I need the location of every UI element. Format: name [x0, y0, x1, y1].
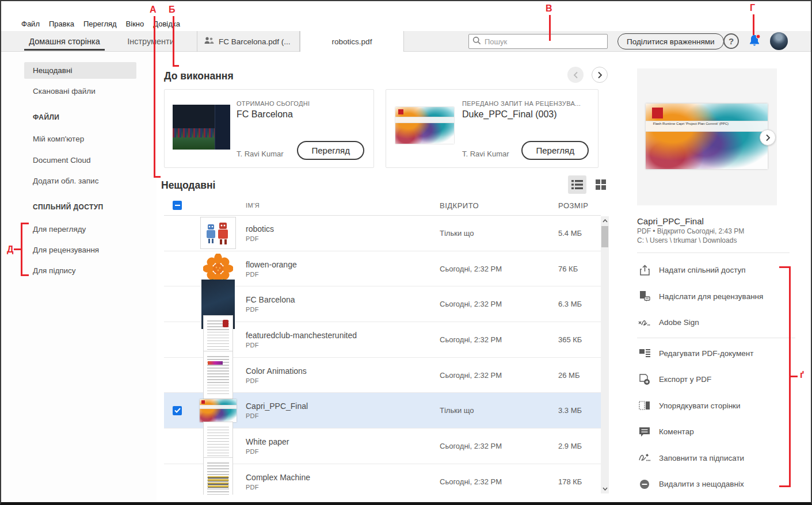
scrollbar-thumb[interactable]	[601, 226, 608, 247]
annotation-label-gg: ґ	[800, 370, 804, 380]
adobe-logo	[652, 108, 663, 118]
file-type: PDF	[246, 306, 440, 313]
action-comment[interactable]: Коментар	[637, 419, 795, 445]
search-input[interactable]	[485, 37, 604, 46]
search-icon	[472, 36, 481, 47]
action-label: Adobe Sign	[659, 318, 699, 327]
file-name: FC Barcelona	[246, 295, 440, 304]
todo-card-fc-barcelona[interactable]: ОТРИМАНО СЬОГОДНІ FC Barcelona T. Ravi K…	[164, 89, 374, 168]
column-header-size[interactable]: РОЗМІР	[558, 201, 601, 210]
share-feedback-button[interactable]: Поділитися враженнями	[617, 33, 724, 49]
sidebar-item-recent[interactable]: Нещодавні	[24, 62, 136, 79]
menu-view[interactable]: Перегляд	[79, 20, 121, 28]
carousel-prev-button[interactable]	[567, 67, 584, 83]
sidebar-item-scans[interactable]: Скановані файли	[24, 83, 136, 100]
action-label: Заповнити та підписати	[659, 454, 744, 462]
file-type: PDF	[246, 271, 440, 278]
tab-tools[interactable]: Інструменти	[116, 31, 185, 52]
scroll-up-icon[interactable]	[601, 217, 609, 225]
tab-bar: Домашня сторінка Інструменти FC Barcelon…	[1, 31, 811, 52]
view-button[interactable]: Перегляд	[297, 141, 364, 160]
sidebar-item-add-account[interactable]: Додати обл. запис	[24, 173, 136, 189]
action-organize-pages[interactable]: Упорядкувати сторінки	[637, 393, 795, 419]
preview-next-page-button[interactable]	[760, 129, 776, 146]
menu-edit[interactable]: Правка	[44, 20, 79, 28]
vertical-scrollbar[interactable]	[601, 216, 609, 493]
todo-section-title: До виконання	[164, 70, 234, 82]
action-label: Коментар	[659, 427, 694, 436]
menu-bar: Файл Правка Перегляд Вікно Довідка	[1, 16, 811, 31]
menu-file[interactable]: Файл	[17, 20, 44, 28]
tab-home[interactable]: Домашня сторінка	[18, 31, 110, 52]
sidebar-item-for-review[interactable]: Для рецензування	[24, 242, 136, 258]
annotation-line-b-tick	[173, 65, 179, 67]
column-header-name[interactable]: ІМ'Я	[246, 202, 440, 209]
grid-view-icon[interactable]	[592, 175, 610, 194]
scroll-down-icon[interactable]	[601, 485, 609, 493]
file-opened: Тільки що	[440, 229, 558, 238]
sidebar-item-for-viewing[interactable]: Для перегляду	[24, 221, 136, 238]
comment-icon	[638, 427, 651, 437]
annotation-label-b: Б	[169, 5, 176, 15]
annotation-line-a	[154, 16, 155, 178]
select-all-checkbox[interactable]	[173, 201, 182, 210]
action-label: Надіслати для рецензування	[659, 292, 763, 301]
file-opened: Сьогодні, 2:32 PM	[440, 265, 558, 273]
capri-thumbnail	[200, 399, 237, 422]
card-title: FC Barcelona	[237, 109, 293, 120]
tab-document-robotics[interactable]: robotics.pdf	[300, 31, 404, 52]
sidebar-item-document-cloud[interactable]: Document Cloud	[24, 152, 136, 169]
action-edit-pdf[interactable]: Редагувати PDF-документ	[637, 341, 795, 367]
organize-pages-icon	[638, 400, 651, 411]
robotics-thumbnail	[200, 217, 236, 249]
help-icon[interactable]: ?	[723, 33, 739, 49]
tab-document-fc-barcelona[interactable]: FC Barcelona.pdf (...	[197, 31, 300, 52]
file-size: 76 КБ	[558, 265, 601, 273]
slide-title-text: Flash Runtime Capri 'Project Plan Commit…	[653, 122, 729, 125]
file-row-robotics[interactable]: roboticsPDF Тільки що 5.4 МБ	[164, 216, 601, 251]
file-type: PDF	[246, 377, 440, 384]
todo-card-duke-ppc[interactable]: ПЕРЕДАНО ЗАПИТ НА РЕЦЕНЗУВА... Duke_PPC_…	[386, 89, 598, 168]
details-file-meta: PDF • Відкрито Сьогодні, 2:43 PM	[637, 227, 744, 235]
annotation-bracket-gg-top	[779, 266, 791, 268]
carousel-next-button[interactable]	[592, 67, 608, 83]
view-button[interactable]: Перегляд	[521, 141, 589, 160]
menu-window[interactable]: Вікно	[121, 20, 149, 28]
user-avatar[interactable]	[770, 32, 788, 50]
file-name: Capri_PPC_Final	[246, 401, 440, 411]
action-fill-and-sign[interactable]: Заповнити та підписати	[637, 445, 795, 472]
details-file-path: C: \ Users \ trkumar \ Downloads	[637, 236, 737, 244]
help-glyph: ?	[729, 36, 734, 46]
slide-title-band	[395, 117, 454, 123]
file-opened: Сьогодні, 2:32 PM	[440, 300, 558, 308]
action-adobe-sign[interactable]: Adobe Sign	[637, 309, 795, 336]
action-label: Упорядкувати сторінки	[659, 401, 741, 410]
bell-icon[interactable]	[746, 33, 763, 50]
annotation-bracket-d-top	[21, 223, 29, 224]
file-opened: Сьогодні, 2:32 PM	[440, 335, 558, 344]
card-owner: T. Ravi Kumar	[462, 150, 509, 158]
action-export-pdf[interactable]: Експорт у PDF	[637, 366, 795, 393]
file-size: 2.9 МБ	[558, 442, 601, 450]
row-checkbox-checked[interactable]	[173, 406, 182, 415]
action-share[interactable]: Надати спільний доступ	[637, 257, 795, 284]
sidebar-item-my-computer[interactable]: Мій комп'ютер	[24, 131, 136, 147]
file-row-complex-machine[interactable]: Complex MachinePDF Сьогодні, 2:32 PM 178…	[164, 464, 601, 495]
file-name: White paper	[246, 437, 440, 446]
action-label: Редагувати PDF-документ	[659, 349, 753, 358]
annotation-bracket-d-bottom	[21, 274, 29, 276]
sidebar: Нещодавні Скановані файли ФАЙЛИ Мій комп…	[1, 52, 157, 502]
action-send-for-review[interactable]: Надіслати для рецензування	[637, 284, 795, 310]
sidebar-item-for-signature[interactable]: Для підпису	[24, 262, 136, 279]
file-type: PDF	[246, 448, 440, 455]
adobe-logo	[201, 400, 205, 404]
people-icon	[204, 37, 214, 46]
annotation-line-v	[549, 15, 551, 41]
column-header-opened[interactable]: ВІДКРИТО	[440, 201, 558, 210]
remove-recent-icon	[638, 479, 651, 489]
file-size: 26 МБ	[558, 371, 601, 380]
file-row-color-animations[interactable]: Color AnimationsPDF Сьогодні, 2:32 PM 26…	[164, 358, 601, 393]
annotation-bracket-d	[21, 223, 22, 276]
action-remove-from-recent[interactable]: Видалити з нещодавніх	[637, 471, 795, 498]
list-view-icon[interactable]	[568, 175, 586, 194]
